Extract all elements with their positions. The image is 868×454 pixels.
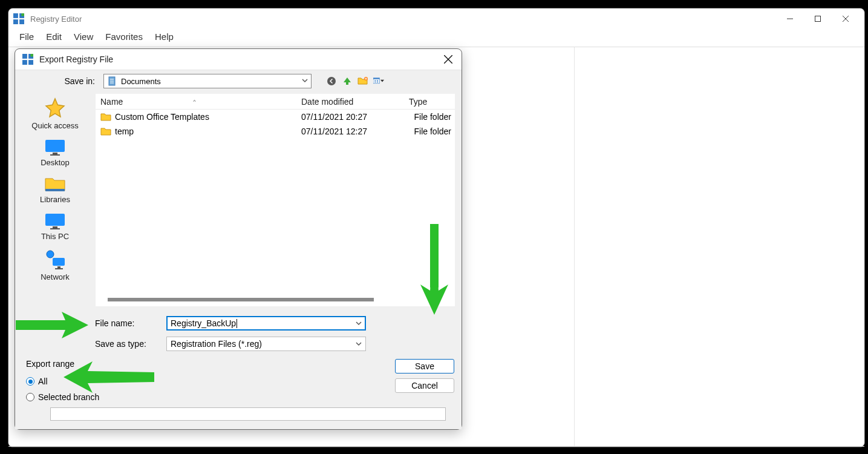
- save-in-dropdown[interactable]: Documents: [103, 74, 312, 88]
- svg-rect-32: [45, 214, 65, 226]
- menu-favorites[interactable]: Favorites: [105, 31, 143, 42]
- radio-icon: [26, 377, 34, 386]
- file-name-label: File name:: [95, 318, 162, 328]
- file-type: File folder: [409, 112, 455, 122]
- documents-icon: [108, 76, 117, 86]
- place-desktop[interactable]: Desktop: [41, 139, 70, 167]
- svg-rect-0: [13, 13, 18, 18]
- place-network[interactable]: Network: [41, 249, 70, 281]
- menu-help[interactable]: Help: [155, 31, 174, 42]
- regedit-icon: [22, 54, 33, 65]
- save-in-label: Save in:: [22, 76, 95, 86]
- file-name-value: Registry_BackUp: [171, 318, 236, 328]
- radio-label: Selected branch: [38, 392, 99, 402]
- menu-file[interactable]: File: [19, 31, 34, 42]
- svg-rect-11: [22, 60, 27, 65]
- file-row[interactable]: Custom Office Templates 07/11/2021 20:27…: [96, 110, 455, 124]
- close-button[interactable]: [832, 9, 860, 28]
- save-as-type-dropdown[interactable]: Registration Files (*.reg): [166, 337, 366, 351]
- dialog-close-button[interactable]: [442, 53, 454, 65]
- regedit-icon: [13, 13, 24, 24]
- svg-point-20: [327, 77, 336, 85]
- selected-branch-input[interactable]: [50, 407, 446, 421]
- window-title: Registry Editor: [30, 15, 82, 24]
- svg-rect-6: [815, 16, 821, 22]
- col-date[interactable]: Date modified: [301, 97, 409, 107]
- file-name-input[interactable]: Registry_BackUp: [166, 316, 366, 331]
- file-date: 07/11/2021 12:27: [301, 127, 409, 136]
- places-bar: Quick access Desktop Libraries This PC: [15, 93, 95, 307]
- place-quick-access[interactable]: Quick access: [31, 97, 78, 130]
- svg-rect-26: [374, 82, 376, 83]
- file-form: File name: Registry_BackUp Save as type:…: [15, 307, 462, 357]
- svg-rect-23: [373, 78, 380, 79]
- svg-rect-28: [45, 140, 65, 152]
- svg-rect-12: [28, 60, 33, 65]
- column-headers[interactable]: Name ˄ Date modified Type: [96, 94, 455, 110]
- minimize-button[interactable]: [776, 9, 804, 28]
- svg-rect-37: [57, 266, 60, 268]
- menubar: File Edit View Favorites Help: [8, 29, 864, 47]
- svg-rect-27: [377, 82, 378, 83]
- horizontal-scrollbar[interactable]: [108, 298, 374, 301]
- place-label: Desktop: [41, 158, 70, 167]
- titlebar: Registry Editor: [8, 8, 864, 29]
- place-label: Network: [41, 272, 70, 281]
- back-button[interactable]: [326, 76, 337, 87]
- save-in-row: Save in: Documents: [15, 70, 462, 93]
- pane-divider[interactable]: [574, 47, 575, 446]
- radio-all[interactable]: All: [26, 373, 453, 389]
- file-list[interactable]: Name ˄ Date modified Type Custom Office …: [95, 93, 455, 307]
- svg-rect-30: [50, 154, 60, 156]
- svg-rect-24: [374, 81, 376, 82]
- svg-rect-2: [13, 19, 18, 24]
- chevron-down-icon: [355, 340, 362, 347]
- sort-indicator-icon: ˄: [192, 99, 197, 108]
- save-button[interactable]: Save: [395, 359, 454, 373]
- dialog-title: Export Registry File: [39, 54, 436, 64]
- radio-label: All: [38, 377, 48, 386]
- svg-rect-9: [22, 54, 27, 59]
- save-as-type-label: Save as type:: [95, 339, 162, 349]
- svg-rect-33: [53, 226, 57, 228]
- place-label: Quick access: [31, 121, 78, 130]
- maximize-button[interactable]: [804, 9, 832, 28]
- place-this-pc[interactable]: This PC: [41, 212, 69, 241]
- col-type[interactable]: Type: [409, 97, 455, 107]
- save-as-type-value: Registration Files (*.reg): [171, 339, 262, 349]
- file-date: 07/11/2021 20:27: [301, 112, 409, 122]
- chevron-down-icon: [301, 77, 308, 84]
- menu-view[interactable]: View: [74, 31, 93, 42]
- place-libraries[interactable]: Libraries: [40, 176, 70, 204]
- dialog-titlebar: Export Registry File: [15, 49, 462, 70]
- text-caret: [237, 319, 237, 328]
- export-range-legend: Export range: [26, 359, 453, 369]
- menu-edit[interactable]: Edit: [46, 31, 62, 42]
- folder-icon: [100, 113, 111, 121]
- file-row[interactable]: temp 07/11/2021 12:27 File folder: [96, 124, 455, 139]
- svg-rect-29: [53, 153, 57, 154]
- file-name: Custom Office Templates: [115, 112, 209, 122]
- place-label: Libraries: [40, 195, 70, 204]
- chevron-down-icon: [355, 320, 362, 327]
- svg-rect-31: [45, 189, 65, 191]
- svg-rect-34: [50, 228, 60, 229]
- new-folder-button[interactable]: [357, 76, 368, 87]
- svg-rect-25: [377, 81, 378, 82]
- view-menu-button[interactable]: [373, 76, 384, 87]
- radio-icon: [26, 393, 34, 401]
- file-type: File folder: [409, 127, 455, 136]
- export-registry-file-dialog: Export Registry File Save in: Documents: [15, 48, 462, 430]
- svg-rect-38: [55, 268, 63, 269]
- cancel-button[interactable]: Cancel: [395, 378, 454, 393]
- up-one-level-button[interactable]: [342, 76, 353, 87]
- svg-rect-3: [19, 19, 24, 24]
- place-label: This PC: [41, 232, 69, 241]
- radio-selected-branch[interactable]: Selected branch: [26, 389, 453, 405]
- svg-rect-36: [53, 258, 65, 266]
- folder-icon: [100, 127, 111, 136]
- save-in-value: Documents: [121, 77, 161, 86]
- col-name[interactable]: Name: [100, 97, 123, 107]
- file-name: temp: [115, 127, 134, 136]
